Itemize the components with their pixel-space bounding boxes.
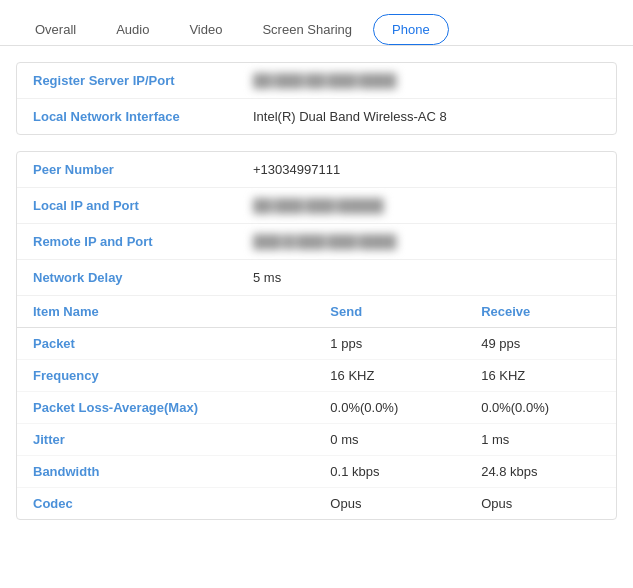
local-ip-row: Local IP and Port ██.███.███:█████	[17, 188, 616, 224]
stat-name: Codec	[17, 488, 314, 520]
stat-receive: 49 pps	[465, 328, 616, 360]
local-network-value: Intel(R) Dual Band Wireless-AC 8	[253, 109, 447, 124]
register-server-label: Register Server IP/Port	[33, 73, 253, 88]
local-ip-value: ██.███.███:█████	[253, 198, 384, 213]
stats-row: Bandwidth 0.1 kbps 24.8 kbps	[17, 456, 616, 488]
stat-send: 0.0%(0.0%)	[314, 392, 465, 424]
network-delay-value: 5 ms	[253, 270, 281, 285]
network-delay-row: Network Delay 5 ms	[17, 260, 616, 296]
tab-audio[interactable]: Audio	[97, 14, 168, 45]
remote-ip-row: Remote IP and Port ███.█.███.███:████	[17, 224, 616, 260]
stat-send: 0 ms	[314, 424, 465, 456]
register-server-row: Register Server IP/Port ██.███.██.███:██…	[17, 63, 616, 99]
col-send: Send	[314, 296, 465, 328]
stat-receive: 24.8 kbps	[465, 456, 616, 488]
tab-phone[interactable]: Phone	[373, 14, 449, 45]
tab-video[interactable]: Video	[170, 14, 241, 45]
network-delay-label: Network Delay	[33, 270, 253, 285]
stats-table: Item Name Send Receive Packet 1 pps 49 p…	[17, 296, 616, 519]
local-network-row: Local Network Interface Intel(R) Dual Ba…	[17, 99, 616, 134]
stats-row: Packet 1 pps 49 pps	[17, 328, 616, 360]
local-ip-label: Local IP and Port	[33, 198, 253, 213]
stats-row: Jitter 0 ms 1 ms	[17, 424, 616, 456]
col-receive: Receive	[465, 296, 616, 328]
stat-receive: Opus	[465, 488, 616, 520]
tab-bar: Overall Audio Video Screen Sharing Phone	[0, 0, 633, 46]
stat-receive: 16 KHZ	[465, 360, 616, 392]
peer-number-row: Peer Number +13034997111	[17, 152, 616, 188]
stat-send: 0.1 kbps	[314, 456, 465, 488]
register-section: Register Server IP/Port ██.███.██.███:██…	[16, 62, 617, 135]
stat-receive: 1 ms	[465, 424, 616, 456]
peer-number-value: +13034997111	[253, 162, 340, 177]
col-item-name: Item Name	[17, 296, 314, 328]
remote-ip-value: ███.█.███.███:████	[253, 234, 396, 249]
stat-name: Packet Loss-Average(Max)	[17, 392, 314, 424]
stat-name: Jitter	[17, 424, 314, 456]
tab-overall[interactable]: Overall	[16, 14, 95, 45]
register-server-value: ██.███.██.███:████	[253, 73, 396, 88]
stats-row: Packet Loss-Average(Max) 0.0%(0.0%) 0.0%…	[17, 392, 616, 424]
stats-row: Codec Opus Opus	[17, 488, 616, 520]
stat-name: Packet	[17, 328, 314, 360]
stats-header-row: Item Name Send Receive	[17, 296, 616, 328]
peer-section: Peer Number +13034997111 Local IP and Po…	[16, 151, 617, 520]
local-network-label: Local Network Interface	[33, 109, 253, 124]
stat-receive: 0.0%(0.0%)	[465, 392, 616, 424]
stats-row: Frequency 16 KHZ 16 KHZ	[17, 360, 616, 392]
remote-ip-label: Remote IP and Port	[33, 234, 253, 249]
tab-screen-sharing[interactable]: Screen Sharing	[243, 14, 371, 45]
peer-number-label: Peer Number	[33, 162, 253, 177]
stat-name: Bandwidth	[17, 456, 314, 488]
stat-send: 16 KHZ	[314, 360, 465, 392]
stat-send: Opus	[314, 488, 465, 520]
stat-send: 1 pps	[314, 328, 465, 360]
stat-name: Frequency	[17, 360, 314, 392]
